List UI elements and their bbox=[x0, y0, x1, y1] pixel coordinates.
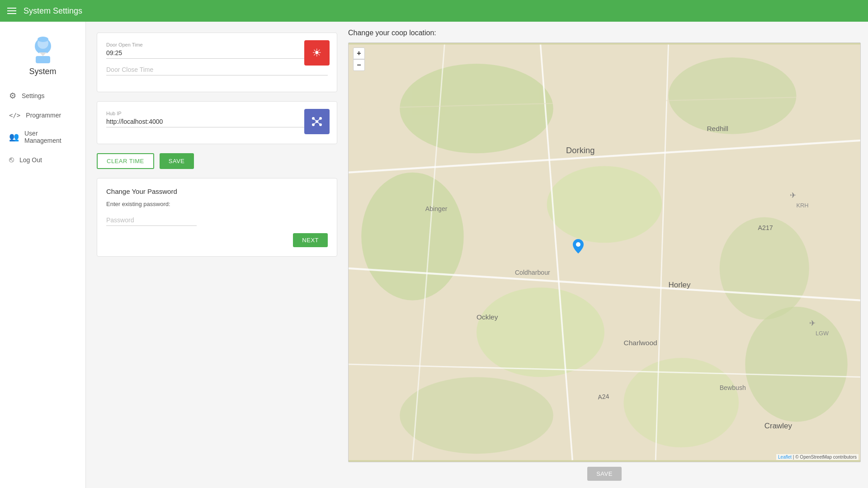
password-input[interactable] bbox=[106, 215, 197, 226]
hub-card: Hub IP http://localhost:4000 bbox=[97, 101, 337, 144]
svg-point-19 bbox=[361, 173, 463, 300]
password-card-title: Change Your Password bbox=[106, 188, 328, 195]
svg-point-24 bbox=[400, 377, 553, 454]
zoom-in-button[interactable]: + bbox=[353, 47, 365, 59]
user-management-icon: 👥 bbox=[9, 132, 19, 142]
next-button[interactable]: NEXT bbox=[293, 233, 328, 247]
logout-icon: ⎋ bbox=[9, 155, 14, 164]
svg-text:✈: ✈ bbox=[809, 319, 816, 328]
sidebar-item-programmer[interactable]: </> Programmer bbox=[0, 106, 85, 124]
door-close-time-placeholder: Door Close Time bbox=[106, 66, 328, 75]
hub-icon bbox=[304, 109, 330, 134]
password-card: Change Your Password Enter existing pass… bbox=[97, 178, 337, 257]
zoom-out-button[interactable]: − bbox=[353, 59, 365, 71]
map-save-button[interactable]: SAVE bbox=[587, 467, 622, 481]
svg-line-14 bbox=[313, 122, 317, 125]
sidebar-label-log-out: Log Out bbox=[19, 156, 42, 164]
password-card-subtitle: Enter existing password: bbox=[106, 201, 328, 207]
menu-icon[interactable] bbox=[7, 8, 16, 14]
hub-ip-label: Hub IP bbox=[106, 111, 328, 116]
svg-text:Ockley: Ockley bbox=[476, 313, 498, 321]
avatar bbox=[27, 33, 59, 67]
map-container[interactable]: Dorking Redhill Horley Crawley Ockley Ch… bbox=[348, 42, 861, 462]
door-close-time-group: Door Close Time bbox=[106, 66, 328, 75]
map-zoom-controls: + − bbox=[353, 47, 365, 71]
svg-text:Redhill: Redhill bbox=[707, 125, 728, 132]
map-attribution: Leaflet | © OpenStreetMap contributors bbox=[776, 454, 859, 460]
sidebar-label-user-management: User Management bbox=[24, 130, 76, 144]
door-times-card: ☀ Door Open Time 09:25 Door Close Time bbox=[97, 33, 337, 92]
svg-text:✈: ✈ bbox=[790, 191, 796, 200]
clear-time-button[interactable]: CLEAR TIME bbox=[97, 153, 154, 169]
svg-text:KRH: KRH bbox=[797, 202, 809, 209]
osm-attribution: © OpenStreetMap contributors bbox=[795, 455, 857, 460]
sidebar-item-user-management[interactable]: 👥 User Management bbox=[0, 124, 85, 150]
svg-text:Dorking: Dorking bbox=[566, 145, 594, 155]
sidebar-nav: ⚙ Settings </> Programmer 👥 User Managem… bbox=[0, 85, 85, 170]
map-save-row: SAVE bbox=[348, 467, 861, 481]
sidebar-item-settings[interactable]: ⚙ Settings bbox=[0, 85, 85, 106]
svg-point-2 bbox=[38, 37, 48, 42]
save-settings-button[interactable]: SAVE bbox=[160, 153, 194, 169]
svg-text:A24: A24 bbox=[598, 393, 610, 401]
svg-text:Bewbush: Bewbush bbox=[720, 384, 746, 391]
svg-text:Crawley: Crawley bbox=[764, 422, 793, 430]
svg-point-22 bbox=[476, 287, 604, 377]
topbar: System Settings bbox=[0, 0, 868, 22]
svg-line-15 bbox=[317, 122, 321, 125]
svg-line-13 bbox=[317, 118, 321, 122]
svg-text:Horley: Horley bbox=[669, 281, 691, 289]
programmer-icon: </> bbox=[9, 112, 20, 119]
hub-ip-group: Hub IP http://localhost:4000 bbox=[106, 111, 328, 127]
svg-text:Coldharbour: Coldharbour bbox=[515, 269, 550, 276]
svg-point-18 bbox=[669, 57, 797, 134]
map-section: Change your coop location: bbox=[348, 22, 868, 488]
door-times-icon: ☀ bbox=[304, 40, 330, 66]
svg-text:Abinger: Abinger bbox=[425, 205, 448, 212]
app-title: System Settings bbox=[24, 6, 82, 16]
map-section-title: Change your coop location: bbox=[348, 29, 861, 37]
map-marker bbox=[573, 239, 584, 253]
svg-point-23 bbox=[745, 307, 847, 422]
door-open-time-label: Door Open Time bbox=[106, 42, 328, 47]
door-open-time-group: Door Open Time 09:25 bbox=[106, 42, 328, 59]
sidebar-label-settings: Settings bbox=[22, 92, 45, 99]
map-background: Dorking Redhill Horley Crawley Ockley Ch… bbox=[349, 43, 860, 462]
network-icon bbox=[311, 115, 323, 128]
svg-point-17 bbox=[400, 64, 553, 153]
sidebar-username: System bbox=[29, 67, 56, 76]
svg-line-12 bbox=[313, 118, 317, 122]
svg-point-20 bbox=[547, 166, 662, 243]
svg-point-48 bbox=[576, 242, 580, 247]
sidebar: System ⚙ Settings </> Programmer 👥 User … bbox=[0, 22, 86, 488]
sidebar-label-programmer: Programmer bbox=[26, 112, 61, 119]
svg-rect-6 bbox=[36, 56, 50, 63]
sidebar-item-log-out[interactable]: ⎋ Log Out bbox=[0, 150, 85, 170]
hub-ip-value: http://localhost:4000 bbox=[106, 118, 328, 127]
svg-text:A217: A217 bbox=[758, 224, 773, 231]
settings-panel: ☀ Door Open Time 09:25 Door Close Time bbox=[86, 22, 348, 488]
door-open-time-value: 09:25 bbox=[106, 49, 328, 59]
svg-point-21 bbox=[720, 217, 809, 319]
svg-text:LGW: LGW bbox=[816, 330, 829, 337]
action-buttons: CLEAR TIME SAVE bbox=[97, 153, 337, 169]
svg-text:Charlwood: Charlwood bbox=[623, 339, 657, 347]
leaflet-link[interactable]: Leaflet bbox=[778, 455, 792, 460]
settings-icon: ⚙ bbox=[9, 91, 16, 101]
